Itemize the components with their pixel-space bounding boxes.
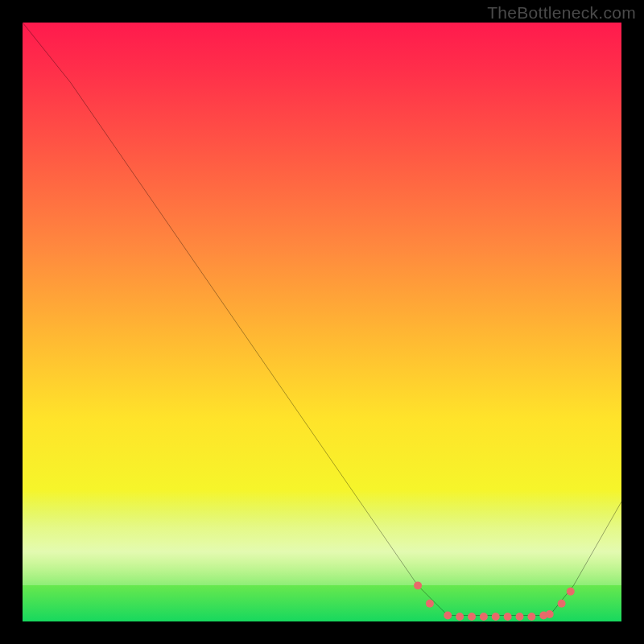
marker-dot [527,613,535,621]
marker-dot [492,613,500,621]
marker-dot [480,613,488,621]
marker-dot [456,613,464,621]
chart-frame: TheBottleneck.com [0,0,644,644]
marker-dot [567,588,575,596]
marker-dot [558,600,566,608]
curve-path [23,23,621,616]
marker-dot [444,612,452,620]
marker-group [414,581,575,621]
marker-dot [516,613,524,621]
marker-dot [414,581,422,589]
curve-svg [23,23,621,621]
marker-dot [426,600,434,608]
marker-dot [504,613,512,621]
plot-area [23,23,621,621]
watermark-text: TheBottleneck.com [487,3,636,23]
marker-dot [546,610,554,618]
marker-dot [468,613,476,621]
line-series [23,23,621,616]
